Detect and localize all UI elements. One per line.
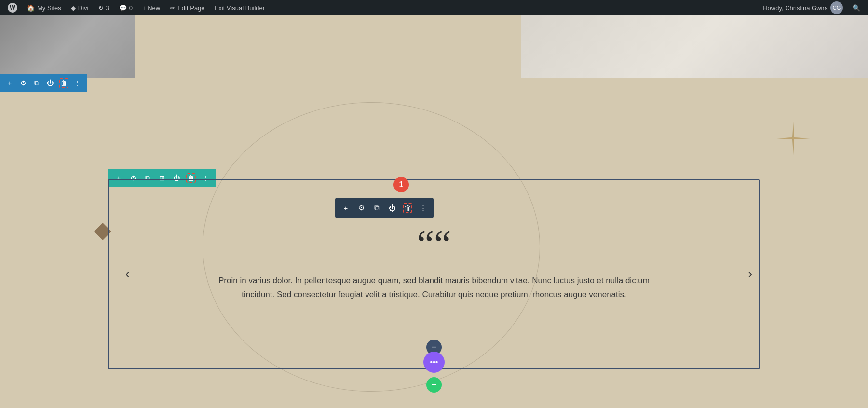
add-module-button[interactable]: +	[341, 203, 351, 213]
svg-marker-1	[779, 124, 808, 153]
next-arrow[interactable]: ›	[748, 266, 752, 282]
house-icon: 🏠	[27, 4, 35, 12]
duplicate-module-button[interactable]: ⧉	[372, 203, 381, 213]
search-icon: 🔍	[853, 4, 860, 12]
add-section-button[interactable]: +	[426, 377, 442, 393]
settings-module-button[interactable]: ⚙	[356, 203, 366, 213]
more-row-button[interactable]: ⋮	[72, 78, 82, 88]
user-avatar: CG	[830, 1, 843, 14]
delete-row-button[interactable]: 🗑	[59, 78, 68, 88]
wp-logo-button[interactable]: W	[4, 0, 21, 15]
refresh-icon: ↻	[98, 4, 104, 12]
star-decoration	[776, 122, 810, 160]
number-badge: 1	[393, 177, 409, 192]
more-module-button[interactable]: ⋮	[418, 203, 428, 213]
top-image-right	[521, 15, 868, 78]
power-module-button[interactable]: ⏻	[387, 203, 397, 213]
row-toolbar-blue: + ⚙ ⧉ ⏻ 🗑 ⋮	[0, 74, 87, 92]
add-row-button[interactable]: +	[5, 78, 14, 88]
admin-bar: W 🏠 My Sites ◆ Divi ↻ 3 💬 0 + New ✏ Edit…	[0, 0, 868, 15]
pencil-icon: ✏	[170, 4, 175, 12]
module-options-button[interactable]: •••	[423, 352, 445, 373]
divi-icon: ◆	[71, 4, 76, 12]
edit-page-button[interactable]: ✏ Edit Page	[166, 0, 208, 15]
settings-row-button[interactable]: ⚙	[18, 78, 28, 88]
user-greeting[interactable]: Howdy, Christina Gwira CG	[759, 0, 847, 15]
duplicate-row-button[interactable]: ⧉	[32, 78, 41, 88]
quote-text: Proin in varius dolor. In pellentesque a…	[217, 274, 651, 302]
page-content: + ⚙ ⧉ ⏻ 🗑 ⋮ + ⚙ ⧉ ⊞ ⏻ 🗑 ⋮ 1 +	[0, 15, 868, 408]
exit-visual-builder-button[interactable]: Exit Visual Builder	[211, 0, 269, 15]
top-image-left	[0, 15, 135, 78]
comment-icon: 💬	[119, 4, 127, 12]
comments-button[interactable]: ↻ 3	[95, 0, 113, 15]
prev-arrow[interactable]: ‹	[125, 266, 130, 282]
wp-logo-icon: W	[8, 3, 17, 13]
delete-module-button[interactable]: 🗑	[403, 203, 412, 213]
quote-marks: ““	[417, 229, 451, 259]
my-sites-button[interactable]: 🏠 My Sites	[23, 0, 65, 15]
divi-button[interactable]: ◆ Divi	[67, 0, 93, 15]
star-svg	[776, 122, 810, 155]
module-toolbar: + ⚙ ⧉ ⏻ 🗑 ⋮	[335, 198, 434, 218]
new-button[interactable]: + New	[138, 0, 164, 15]
comment-bubble-button[interactable]: 💬 0	[115, 0, 136, 15]
admin-bar-right: Howdy, Christina Gwira CG 🔍	[759, 0, 864, 15]
power-row-button[interactable]: ⏻	[45, 78, 55, 88]
search-button[interactable]: 🔍	[849, 0, 864, 15]
